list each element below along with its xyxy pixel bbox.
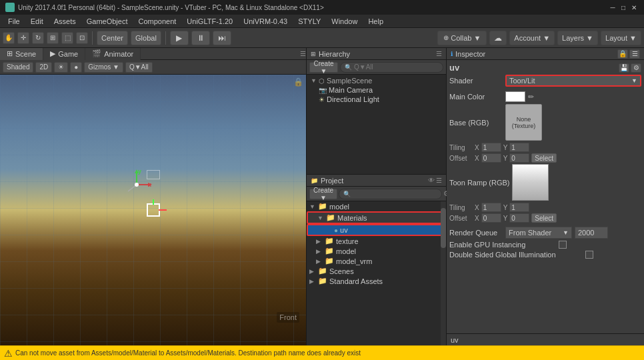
project-menu[interactable]: ☰ <box>436 177 442 184</box>
cloud-button[interactable]: ☁ <box>489 31 507 45</box>
hierarchy-search-box[interactable]: 🔍 <box>340 62 443 73</box>
list-item[interactable]: ▶ 📁 Scenes <box>307 266 446 276</box>
center-button[interactable]: Center <box>97 31 128 45</box>
toon-ramp-texture[interactable] <box>512 164 549 201</box>
toon-tiling-x[interactable]: 1 <box>481 203 501 212</box>
close-button[interactable]: ✕ <box>629 3 639 12</box>
base-offset-row: Offset X 0 Y 0 Select <box>449 153 641 163</box>
list-item[interactable]: ▼ 📁 model <box>307 201 446 211</box>
project-search-input[interactable] <box>353 190 437 197</box>
scene-toolbar: Shaded 2D ☀ ● Gizmos ▼ Q▼All <box>0 60 306 75</box>
minimize-button[interactable]: ─ <box>608 3 617 12</box>
shader-dropdown-icon: ▼ <box>631 77 637 84</box>
list-item[interactable]: ▶ 📁 model <box>307 246 446 256</box>
toon-offset-x[interactable]: 0 <box>481 213 501 223</box>
collab-icon: ⊕ <box>443 34 449 41</box>
list-item[interactable]: ☀ Directional Light <box>308 95 445 104</box>
gizmos-button[interactable]: Gizmos ▼ <box>84 62 123 73</box>
list-item[interactable]: ▶ 📁 texture <box>307 236 446 246</box>
menu-assets[interactable]: Assets <box>49 15 81 28</box>
hierarchy-item-label: Main Camera <box>329 86 373 94</box>
play-button[interactable]: ▶ <box>170 31 189 45</box>
inspector-save-btn[interactable]: 💾 <box>619 63 629 73</box>
list-item[interactable]: 📷 Main Camera <box>308 85 445 95</box>
list-item[interactable]: ▶ 📁 model_vrm <box>307 256 446 266</box>
base-tiling-x[interactable]: 1 <box>481 143 501 152</box>
list-item[interactable]: ● uv <box>307 224 446 236</box>
pause-button[interactable]: ⏸ <box>191 31 210 45</box>
step-button[interactable]: ⏭ <box>213 31 231 45</box>
list-item[interactable]: ▼ 📁 Materials <box>307 211 446 224</box>
scene-search[interactable]: Q▼All <box>125 62 153 73</box>
title-bar: Unity 2017.4.0f1 Personal (64bit) - Samp… <box>0 0 644 15</box>
collab-button[interactable]: ⊕ Collab ▼ <box>437 31 487 45</box>
light-icon: ☀ <box>319 96 325 103</box>
layout-button[interactable]: Layout ▼ <box>601 31 641 45</box>
tab-scene[interactable]: ⊞ Scene <box>0 48 43 60</box>
render-queue-dropdown[interactable]: From Shader ▼ <box>505 227 572 239</box>
scale-tool-button[interactable]: ⊞ <box>47 32 59 44</box>
rotate-tool-button[interactable]: ↻ <box>32 32 44 44</box>
base-tiling-y[interactable]: 1 <box>509 143 529 152</box>
2d-button[interactable]: 2D <box>35 62 52 73</box>
rect-tool-button[interactable]: ⬚ <box>61 32 73 44</box>
toon-ramp-controls <box>512 164 549 201</box>
hierarchy-create-btn[interactable]: Create ▼ <box>309 62 338 73</box>
move-tool-button[interactable]: ✛ <box>17 32 29 44</box>
fx-button[interactable]: ● <box>70 62 82 73</box>
warning-icon: ⚠ <box>4 348 13 359</box>
inspector-settings-btn[interactable]: ⚙ <box>631 63 641 73</box>
hierarchy-search-input[interactable] <box>354 63 439 71</box>
project-eye-icon[interactable]: 👁 <box>428 177 435 184</box>
global-button[interactable]: Global <box>131 31 161 45</box>
menu-styly[interactable]: STYLY <box>293 15 326 28</box>
color-edit-icon[interactable]: ✏ <box>528 93 534 101</box>
menu-univrm[interactable]: UniVRM-0.43 <box>238 15 293 28</box>
hierarchy-menu[interactable]: ☰ <box>436 50 442 57</box>
toon-select-btn[interactable]: Select <box>531 213 557 223</box>
menu-gameobject[interactable]: GameObject <box>81 15 133 28</box>
list-item[interactable]: ▼ ⬡ SampleScene <box>308 76 445 85</box>
inspector-lock-btn[interactable]: 🔒 <box>617 49 628 59</box>
base-offset-x[interactable]: 0 <box>481 153 501 163</box>
menu-unigltf[interactable]: UniGLTF-1.20 <box>181 15 238 28</box>
toon-offset-y[interactable]: 0 <box>509 213 529 223</box>
inspector-content: uv 💾 ⚙ Shader Toon/Lit ▼ Main Color ✏ <box>447 60 644 333</box>
layers-button[interactable]: Layers ▼ <box>557 31 598 45</box>
menu-file[interactable]: File <box>3 15 25 28</box>
transform-tool-button[interactable]: ⊡ <box>76 32 88 44</box>
menu-component[interactable]: Component <box>133 15 181 28</box>
hand-tool-button[interactable]: ✋ <box>3 32 15 44</box>
double-sided-row: Double Sided Global Illumination <box>449 251 641 259</box>
file-icon: ● <box>334 227 338 234</box>
menu-window[interactable]: Window <box>326 15 363 28</box>
shaded-dropdown[interactable]: Shaded <box>3 62 33 73</box>
project-scrollbar-thumb[interactable] <box>441 208 446 248</box>
render-queue-chevron: ▼ <box>563 229 569 236</box>
shader-select[interactable]: Toon/Lit ▼ <box>505 75 641 87</box>
list-item[interactable]: ▶ 📁 Standard Assets <box>307 276 446 286</box>
render-queue-value[interactable]: 2000 <box>575 227 608 239</box>
front-label: Front <box>277 313 299 321</box>
double-sided-checkbox[interactable] <box>585 251 593 259</box>
project-create-btn[interactable]: Create ▼ <box>309 189 337 199</box>
base-offset-y[interactable]: 0 <box>509 153 529 163</box>
menu-edit[interactable]: Edit <box>25 15 49 28</box>
toon-tiling-y[interactable]: 1 <box>509 203 529 212</box>
account-button[interactable]: Account ▼ <box>509 31 555 45</box>
y-axis-label: y <box>138 168 141 175</box>
project-search-box[interactable]: 🔍 <box>339 189 442 199</box>
main-color-picker[interactable] <box>505 91 525 102</box>
tab-game[interactable]: ▶ Game <box>43 48 85 60</box>
maximize-button[interactable]: □ <box>619 3 628 12</box>
tab-animator[interactable]: 🎬 Animator <box>85 48 141 60</box>
project-scrollbar[interactable] <box>441 201 446 345</box>
gpu-instancing-label: Enable GPU Instancing <box>449 241 556 249</box>
menu-help[interactable]: Help <box>363 15 389 28</box>
base-rgb-label: Base (RGB) <box>449 119 503 127</box>
gpu-instancing-checkbox[interactable] <box>559 241 567 249</box>
inspector-menu-btn[interactable]: ☰ <box>629 49 640 59</box>
lights-button[interactable]: ☀ <box>54 62 68 73</box>
base-select-btn[interactable]: Select <box>531 153 557 163</box>
scene-panel-menu[interactable]: ☰ <box>300 50 306 57</box>
